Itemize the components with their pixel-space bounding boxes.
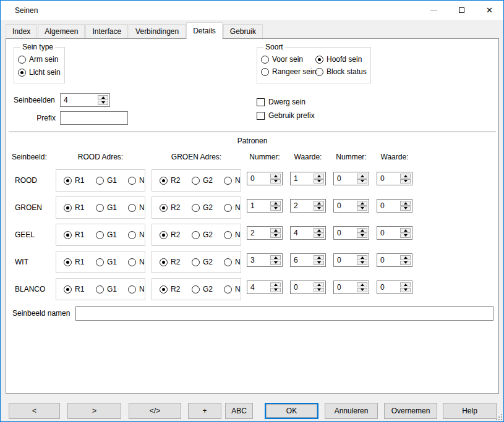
radio-n[interactable]: N (128, 203, 145, 212)
spin-down-button[interactable] (314, 288, 324, 293)
tab-details[interactable]: Details (186, 22, 223, 39)
tab-gebruik[interactable]: Gebruik (223, 24, 263, 38)
spin-up-button[interactable] (270, 201, 281, 206)
radio-r2[interactable]: R2 (160, 285, 192, 293)
spin-down-button[interactable] (400, 288, 411, 293)
nummer-spinner[interactable]: 1 (247, 199, 283, 213)
nummer-spinner[interactable]: 2 (247, 226, 283, 240)
radio-r1[interactable]: R1 (64, 285, 96, 293)
radio-licht-sein[interactable]: Licht sein (18, 68, 61, 77)
prev-button[interactable]: < (9, 403, 60, 419)
nummer-spinner[interactable]: 4 (247, 281, 283, 294)
radio-r1[interactable]: R1 (64, 230, 96, 239)
seinbeelden-spinner[interactable]: 4 (60, 93, 110, 107)
waarde-spinner[interactable]: 6 (290, 253, 326, 267)
radio-n[interactable]: N (224, 285, 241, 293)
spin-up-button[interactable] (270, 255, 281, 260)
waarde-spinner[interactable]: 4 (290, 226, 326, 240)
spin-up-button[interactable] (314, 228, 324, 233)
overnemen-button[interactable]: Overnemen (384, 403, 437, 419)
spin-down-button[interactable] (98, 101, 108, 106)
radio-n[interactable]: N (224, 258, 241, 266)
spin-down-button[interactable] (400, 206, 411, 211)
waarde-spinner[interactable]: 0 (377, 281, 412, 294)
help-button[interactable]: Help (443, 403, 497, 419)
nummer-spinner[interactable]: 0 (333, 172, 369, 185)
radio-g1[interactable]: G1 (96, 176, 128, 185)
radio-g1[interactable]: G1 (96, 285, 128, 293)
spin-up-button[interactable] (400, 228, 411, 233)
spin-down-button[interactable] (357, 179, 367, 184)
spin-down-button[interactable] (314, 206, 324, 211)
radio-rangeer-sein[interactable]: Rangeer sein (261, 67, 315, 76)
waarde-spinner[interactable]: 0 (290, 281, 326, 294)
spin-up-button[interactable] (400, 282, 411, 287)
radio-n[interactable]: N (128, 285, 145, 293)
spin-up-button[interactable] (314, 201, 324, 206)
radio-arm-sein[interactable]: Arm sein (18, 55, 61, 64)
tab-index[interactable]: Index (6, 24, 37, 38)
spin-down-button[interactable] (270, 206, 281, 211)
tab-verbindingen[interactable]: Verbindingen (129, 24, 186, 38)
seinbeeld-namen-input[interactable] (75, 306, 493, 321)
spin-up-button[interactable] (270, 174, 281, 179)
nummer-spinner[interactable]: 3 (247, 253, 283, 267)
radio-r2[interactable]: R2 (160, 230, 192, 239)
annuleren-button[interactable]: Annuleren (325, 403, 378, 419)
radio-n[interactable]: N (224, 230, 241, 239)
spin-up-button[interactable] (357, 282, 367, 287)
nummer-spinner[interactable]: 0 (333, 281, 369, 294)
spin-up-button[interactable] (314, 255, 324, 260)
spin-down-button[interactable] (357, 234, 367, 238)
radio-g2[interactable]: G2 (192, 285, 224, 293)
radio-r1[interactable]: R1 (64, 258, 96, 266)
prefix-input[interactable] (60, 111, 128, 125)
radio-n[interactable]: N (128, 230, 145, 239)
radio-r1[interactable]: R1 (64, 176, 96, 185)
radio-g2[interactable]: G2 (192, 176, 224, 185)
nummer-spinner[interactable]: 0 (333, 199, 369, 213)
spin-down-button[interactable] (400, 179, 411, 184)
radio-g1[interactable]: G1 (96, 230, 128, 239)
waarde-spinner[interactable]: 0 (377, 226, 412, 240)
abc-button[interactable]: ABC (225, 403, 253, 419)
spin-down-button[interactable] (400, 261, 411, 266)
spin-down-button[interactable] (400, 234, 411, 238)
radio-hoofd-sein[interactable]: Hoofd sein (315, 55, 367, 64)
spin-down-button[interactable] (270, 179, 281, 184)
radio-g2[interactable]: G2 (192, 230, 224, 239)
plus-button[interactable]: + (188, 403, 221, 419)
nummer-spinner[interactable]: 0 (333, 253, 369, 267)
spin-up-button[interactable] (357, 228, 367, 233)
radio-voor-sein[interactable]: Voor sein (261, 55, 315, 64)
radio-g1[interactable]: G1 (96, 258, 128, 266)
checkbox-dwerg-sein[interactable]: Dwerg sein (257, 98, 305, 106)
checkbox-gebruik-prefix[interactable]: Gebruik prefix (257, 111, 315, 120)
spin-up-button[interactable] (314, 282, 324, 287)
spin-up-button[interactable] (314, 174, 324, 179)
next-button[interactable]: > (67, 403, 121, 419)
spin-up-button[interactable] (270, 282, 281, 287)
resize-grip[interactable] (495, 413, 502, 420)
spin-up-button[interactable] (357, 255, 367, 260)
spin-up-button[interactable] (270, 228, 281, 233)
waarde-spinner[interactable]: 1 (290, 172, 326, 185)
radio-r1[interactable]: R1 (64, 203, 96, 212)
radio-g2[interactable]: G2 (192, 203, 224, 212)
radio-block-status[interactable]: Block status (315, 67, 367, 76)
spin-down-button[interactable] (314, 234, 324, 238)
tab-interface[interactable]: Interface (85, 24, 128, 38)
spin-up-button[interactable] (357, 174, 367, 179)
maximize-button[interactable] (448, 1, 476, 20)
spin-up-button[interactable] (400, 174, 411, 179)
radio-r2[interactable]: R2 (160, 258, 192, 266)
radio-g2[interactable]: G2 (192, 258, 224, 266)
spin-down-button[interactable] (270, 261, 281, 266)
waarde-spinner[interactable]: 0 (377, 199, 412, 213)
tab-algemeen[interactable]: Algemeen (38, 24, 85, 38)
spin-down-button[interactable] (357, 206, 367, 211)
spin-up-button[interactable] (400, 201, 411, 206)
radio-r2[interactable]: R2 (160, 203, 192, 212)
radio-n[interactable]: N (224, 203, 241, 212)
radio-r2[interactable]: R2 (160, 176, 192, 185)
